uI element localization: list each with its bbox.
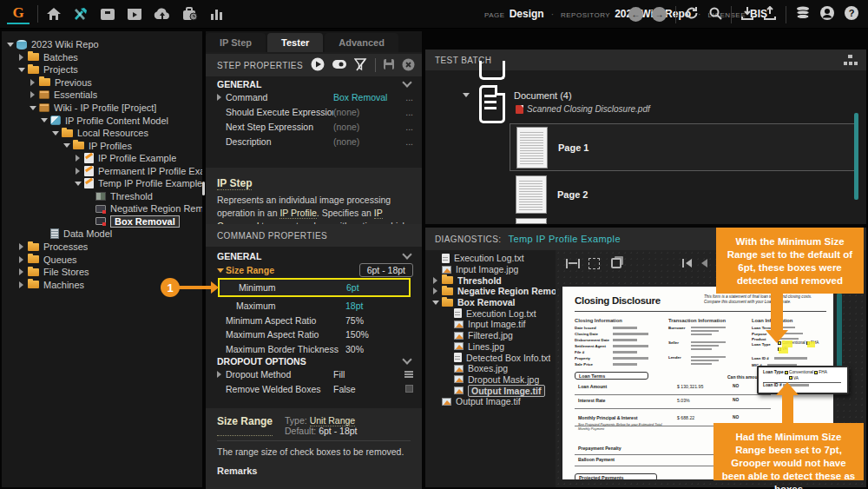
property-row-maximum-aspect-ratio[interactable]: Maximum Aspect Ratio150% bbox=[206, 327, 422, 342]
property-row-description[interactable]: Description(none)... bbox=[206, 134, 422, 149]
collapsed-arrow-icon[interactable] bbox=[19, 243, 23, 250]
hierarchy-view-icon[interactable] bbox=[844, 55, 856, 65]
tree-arrow[interactable] bbox=[16, 243, 26, 250]
chevron-down-icon[interactable] bbox=[402, 249, 411, 259]
tree-arrow[interactable] bbox=[73, 182, 82, 186]
tree-item-projects[interactable]: Projects bbox=[2, 63, 202, 76]
diag-item-filtered-jpg[interactable]: Filtered.jpg bbox=[425, 330, 556, 341]
menu-icon[interactable] bbox=[404, 371, 413, 378]
size-range-value[interactable]: 6pt - 18pt bbox=[359, 263, 413, 277]
help-icon[interactable]: ? bbox=[844, 5, 859, 24]
download-icon[interactable] bbox=[740, 6, 754, 23]
tree-item-box-removal[interactable]: Box Removal bbox=[2, 215, 202, 228]
diag-item-output-image-tif[interactable]: Output Image.tif bbox=[425, 396, 556, 407]
property-row-dropout-method[interactable]: Dropout MethodFill bbox=[206, 367, 422, 381]
refresh-icon[interactable] bbox=[685, 6, 700, 23]
tree-arrow[interactable] bbox=[73, 168, 82, 175]
tree-item-queues[interactable]: Queues bbox=[2, 253, 202, 266]
run-step-icon[interactable] bbox=[311, 57, 325, 73]
tree-arrow[interactable] bbox=[16, 281, 26, 288]
tree-arrow[interactable] bbox=[431, 277, 440, 284]
diag-item-execution-log-txt[interactable]: Execution Log.txt bbox=[425, 253, 556, 264]
user-icon[interactable] bbox=[819, 5, 835, 24]
tree-arrow[interactable] bbox=[73, 155, 82, 162]
batch-page-row-page-1[interactable]: Page 1 bbox=[510, 123, 855, 171]
diagnostics-profile-name[interactable]: Temp IP Profile Example bbox=[508, 234, 620, 244]
close-icon[interactable] bbox=[402, 58, 415, 73]
collapsed-arrow-icon[interactable] bbox=[217, 371, 221, 378]
first-page-icon[interactable] bbox=[682, 259, 693, 268]
document-label[interactable]: Document (4) bbox=[514, 90, 572, 101]
tree-item-local-resources[interactable]: Local Resources bbox=[2, 127, 202, 140]
tree-item-file-stores[interactable]: File Stores bbox=[2, 266, 202, 279]
property-value[interactable]: False bbox=[333, 384, 401, 394]
diag-item-box-removal[interactable]: Box Removal bbox=[425, 297, 556, 308]
select-region-icon[interactable] bbox=[589, 258, 600, 269]
tab-advanced[interactable]: Advanced bbox=[325, 33, 398, 52]
save-icon[interactable] bbox=[383, 58, 395, 72]
tree-arrow[interactable] bbox=[28, 91, 37, 98]
tree-arrow[interactable] bbox=[28, 79, 37, 86]
property-row-command[interactable]: CommandBox Removal... bbox=[206, 89, 422, 104]
tree-item-previous[interactable]: Previous bbox=[2, 76, 202, 89]
tree-item-2023-wiki-repo[interactable]: 2023 Wiki Repo bbox=[2, 38, 202, 51]
layers-icon[interactable] bbox=[611, 258, 621, 268]
clear-filter-icon[interactable] bbox=[354, 58, 368, 73]
expanded-arrow-icon[interactable] bbox=[7, 43, 14, 47]
ellipsis-button[interactable]: ... bbox=[401, 107, 413, 117]
collapsed-arrow-icon[interactable] bbox=[19, 281, 23, 288]
cloud-upload-icon[interactable] bbox=[154, 7, 171, 21]
tree-item-ip-profiles[interactable]: IP Profiles bbox=[2, 139, 202, 152]
database-icon[interactable] bbox=[795, 5, 811, 23]
page-value[interactable]: Design bbox=[510, 8, 544, 20]
tree-arrow[interactable] bbox=[16, 68, 26, 72]
collapsed-arrow-icon[interactable] bbox=[217, 94, 221, 101]
diag-item-input-image-tif[interactable]: Input Image.tif bbox=[425, 319, 556, 330]
collapsed-arrow-icon[interactable] bbox=[76, 155, 80, 162]
collapsed-arrow-icon[interactable] bbox=[433, 287, 437, 294]
chevron-down-icon[interactable] bbox=[402, 77, 411, 87]
checkbox-icon[interactable] bbox=[405, 385, 413, 393]
property-value[interactable]: 30% bbox=[345, 344, 413, 354]
tree-item-ip-profile-example[interactable]: IP Profile Example bbox=[2, 152, 202, 165]
collapsed-arrow-icon[interactable] bbox=[76, 168, 80, 175]
ellipsis-button[interactable]: ... bbox=[401, 136, 413, 147]
tree-arrow[interactable] bbox=[431, 301, 440, 305]
tree-arrow[interactable] bbox=[28, 106, 37, 110]
expanded-arrow-icon[interactable] bbox=[75, 182, 82, 186]
property-value[interactable]: 150% bbox=[345, 329, 413, 340]
tree-arrow[interactable] bbox=[62, 143, 71, 148]
viewer-scrollbar-thumb[interactable] bbox=[837, 293, 842, 376]
collapsed-arrow-icon[interactable] bbox=[19, 256, 23, 263]
chevron-down-icon[interactable] bbox=[402, 354, 411, 364]
tree-item-ip-profile-content-model[interactable]: IP Profile Content Model bbox=[2, 114, 202, 127]
tree-arrow[interactable] bbox=[16, 268, 26, 275]
tree-arrow[interactable] bbox=[16, 256, 26, 263]
grooper-logo-icon[interactable]: G bbox=[7, 3, 30, 24]
document-icon[interactable] bbox=[479, 85, 505, 123]
tree-item-essentials[interactable]: Essentials bbox=[2, 89, 202, 102]
search-icon[interactable] bbox=[708, 6, 722, 23]
property-value[interactable]: (none) bbox=[333, 122, 401, 132]
diag-item-threshold[interactable]: Threshold bbox=[425, 274, 556, 286]
batches-icon[interactable] bbox=[100, 7, 115, 21]
expanded-arrow-icon[interactable] bbox=[30, 106, 36, 110]
collapsed-arrow-icon[interactable] bbox=[19, 268, 23, 275]
collapsed-arrow-icon[interactable] bbox=[30, 91, 35, 98]
expanded-arrow-icon[interactable] bbox=[52, 131, 59, 135]
tree-item-processes[interactable]: Processes bbox=[2, 241, 202, 254]
expanded-arrow-icon[interactable] bbox=[63, 143, 70, 148]
forward-button[interactable]: → bbox=[652, 7, 667, 22]
property-value[interactable]: 18pt bbox=[345, 301, 413, 311]
diag-item-execution-log-txt[interactable]: Execution Log.txt bbox=[425, 307, 556, 319]
diag-item-negative-region-removal[interactable]: Negative Region Removal bbox=[425, 286, 556, 297]
property-row-minimum-highlighted[interactable]: Minimum 6pt bbox=[218, 278, 411, 297]
media-icon[interactable] bbox=[127, 7, 142, 21]
upload-icon[interactable] bbox=[763, 6, 777, 23]
collapsed-arrow-icon[interactable] bbox=[30, 79, 35, 86]
collapse-arrow-icon[interactable] bbox=[463, 97, 470, 113]
collapsed-arrow-icon[interactable] bbox=[433, 277, 437, 284]
property-value[interactable]: Box Removal bbox=[333, 92, 401, 102]
diag-item-detected-box-info-txt[interactable]: Detected Box Info.txt bbox=[425, 352, 556, 363]
ellipsis-button[interactable]: ... bbox=[401, 92, 413, 102]
